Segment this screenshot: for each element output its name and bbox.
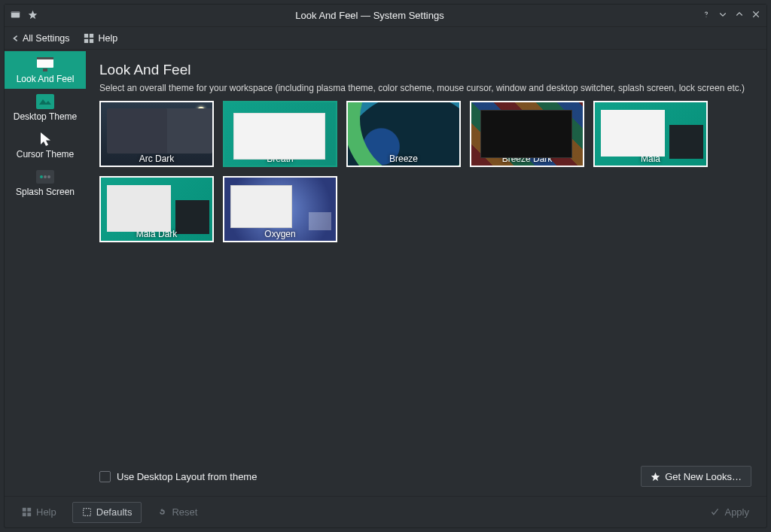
theme-oxygen[interactable]: Oxygen [223,176,337,242]
svg-point-12 [44,175,47,178]
app-icon [11,10,20,22]
svg-rect-2 [84,33,87,37]
theme-icon [35,93,55,110]
sidebar-item-cursor-theme[interactable]: Cursor Theme [5,126,86,164]
titlebar: Look And Feel — System Settings [5,5,766,27]
maximize-icon[interactable] [735,10,744,21]
svg-rect-15 [27,508,31,512]
footer-help-button[interactable]: Help [12,502,66,523]
window-title: Look And Feel — System Settings [38,10,702,21]
theme-breeze-dark[interactable]: Breeze Dark [470,101,584,167]
sidebar: Look And Feel Desktop Theme Cursor Theme… [5,50,86,496]
help-icon[interactable] [702,10,711,21]
content: Look And Feel Select an overall theme fo… [86,50,766,496]
svg-rect-16 [23,512,26,516]
pin-icon[interactable] [28,10,38,22]
page-description: Select an overall theme for your workspa… [99,83,751,93]
svg-rect-8 [43,68,47,71]
theme-label: Maia Dark [101,229,212,239]
checkbox-label: Use Desktop Layout from theme [117,471,257,482]
svg-rect-17 [27,512,31,516]
reset-button: Reset [148,502,207,523]
defaults-button[interactable]: Defaults [72,502,142,523]
splash-icon [35,169,55,185]
theme-label: Breeze Dark [471,154,583,164]
checkbox-icon [99,471,111,482]
theme-arc-dark[interactable]: Arc Dark [99,101,214,167]
sidebar-item-label: Look And Feel [17,74,75,84]
get-new-looks-button[interactable]: Get New Looks… [641,466,751,487]
toolbar: All Settings Help [5,27,766,50]
sidebar-item-label: Desktop Theme [14,111,78,122]
theme-grid: Arc Dark Breath Breeze Breeze Dark Maia [99,101,751,242]
svg-rect-18 [83,509,90,516]
defaults-label: Defaults [96,506,133,518]
toolbar-help-label: Help [99,33,118,44]
reset-label: Reset [172,506,197,518]
svg-rect-4 [84,38,87,42]
theme-maia[interactable]: Maia [593,101,708,167]
apply-button: Apply [700,502,759,523]
theme-breeze[interactable]: Breeze [346,101,461,167]
close-icon[interactable] [751,10,760,21]
theme-maia-dark[interactable]: Maia Dark [99,176,214,242]
monitor-icon [35,56,55,72]
sidebar-item-label: Splash Screen [16,187,75,197]
theme-label: Breeze [348,154,459,164]
theme-label: Arc Dark [101,154,212,164]
all-settings-link[interactable]: All Settings [12,33,70,44]
all-settings-label: All Settings [23,33,70,44]
get-new-looks-label: Get New Looks… [665,471,742,482]
footer-help-label: Help [36,506,56,518]
sidebar-item-look-and-feel[interactable]: Look And Feel [5,51,86,89]
svg-rect-1 [11,11,20,13]
svg-point-13 [47,175,50,178]
theme-label: Maia [595,154,706,164]
cursor-icon [35,131,55,147]
theme-label: Oxygen [224,229,336,239]
sidebar-item-splash-screen[interactable]: Splash Screen [5,164,86,202]
page-title: Look And Feel [99,62,751,78]
toolbar-help-button[interactable]: Help [84,33,118,44]
svg-rect-5 [89,38,93,42]
svg-rect-3 [89,33,93,37]
svg-point-11 [40,175,43,178]
sidebar-item-label: Cursor Theme [17,149,74,160]
sidebar-item-desktop-theme[interactable]: Desktop Theme [5,89,86,126]
theme-label: Breath [224,154,336,164]
svg-rect-14 [23,508,26,512]
footer: Help Defaults Reset Apply [5,496,766,527]
theme-breath[interactable]: Breath [223,101,337,167]
use-desktop-layout-checkbox[interactable]: Use Desktop Layout from theme [99,471,257,482]
minimize-icon[interactable] [718,10,727,21]
svg-rect-9 [36,94,54,109]
apply-label: Apply [724,506,749,518]
svg-rect-7 [37,57,53,59]
